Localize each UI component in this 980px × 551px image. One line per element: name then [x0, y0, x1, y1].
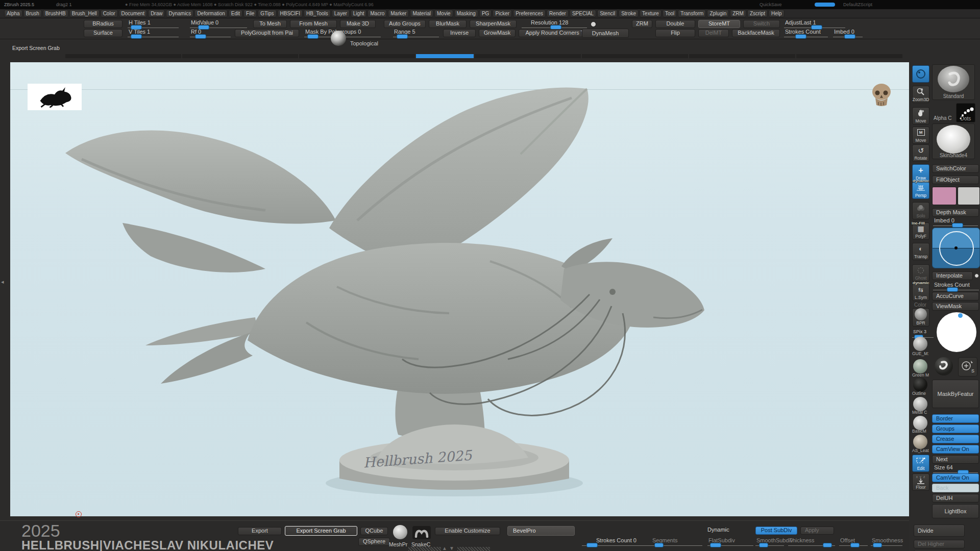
bpr-button[interactable]: BPR [912, 308, 929, 327]
dynamesh-button[interactable]: DynaMesh [582, 29, 629, 38]
v-tiles-thumb[interactable] [131, 34, 142, 39]
export-screen-grab-button[interactable]: Export Screen Grab [285, 526, 357, 536]
zrm-button[interactable]: ZRM [632, 20, 652, 28]
menu-masking[interactable]: Masking [454, 10, 478, 17]
tray-segment[interactable] [65, 54, 181, 58]
menu-color[interactable]: Color [101, 10, 118, 17]
from-mesh-button[interactable]: From Mesh [290, 20, 337, 28]
resolution-slider[interactable]: Resolution 128 [522, 19, 587, 28]
adjust-last-slider[interactable]: AdjustLast 1 [784, 19, 845, 28]
qsphere-button[interactable]: QSphere [358, 538, 390, 546]
sidebar-strokes-thumb[interactable] [947, 287, 958, 292]
metal-material-sphere[interactable] [913, 397, 927, 411]
menu-movie[interactable]: Movie [434, 10, 453, 17]
menu-pg[interactable]: PG [479, 10, 492, 17]
enable-customize-button[interactable]: Enable Customize [435, 527, 500, 535]
sidebar-strokes-slider[interactable]: Strokes Count [933, 282, 979, 290]
blur-mask-button[interactable]: BlurMask [429, 20, 467, 28]
sharpen-mask-button[interactable]: SharpenMask [470, 20, 517, 28]
menu-hbscifi[interactable]: HBSCIFI [278, 10, 303, 17]
menu-marker[interactable]: Marker [388, 10, 409, 17]
mask-by-polygroups-thumb[interactable] [307, 34, 318, 39]
quicksave-label[interactable]: QuickSave [760, 2, 782, 7]
move-m-button[interactable]: M Move [912, 127, 929, 144]
to-mesh-button[interactable]: To Mesh [253, 20, 287, 28]
asleat-material-sphere[interactable] [913, 435, 927, 449]
menu-brush_hell[interactable]: Brush_Hell [69, 10, 100, 17]
fillobject-button[interactable]: FillObject [932, 176, 979, 184]
persp-button[interactable]: Persp [912, 182, 929, 199]
menu-special[interactable]: SPECIAL [570, 10, 596, 17]
offset-thumb[interactable] [850, 543, 860, 547]
range-slider[interactable]: Range 5 [393, 29, 439, 37]
menu-dynamics[interactable]: Dynamics [166, 10, 193, 17]
menu-document[interactable]: Document [119, 10, 148, 17]
switch-button[interactable]: Switch [743, 20, 780, 28]
del-mt-button[interactable]: DelMT [698, 29, 729, 37]
h-tiles-slider[interactable]: H Tiles 1 [128, 19, 179, 28]
rotate-button[interactable]: ↺ Rotate [912, 144, 929, 162]
menu-alpha[interactable]: Alpha [4, 10, 22, 17]
menu-help[interactable]: Help [769, 10, 785, 17]
del-higher-button[interactable]: Del Higher [914, 540, 965, 548]
smoothsubdiv-slider[interactable]: SmoothSubdiv [755, 537, 784, 545]
inverse-button[interactable]: Inverse [443, 29, 476, 37]
thickness-slider[interactable]: Thickness [788, 537, 835, 545]
solo-button[interactable]: Solo [912, 202, 929, 219]
crease-button[interactable]: Crease [932, 435, 979, 443]
menu-picker[interactable]: Picker [493, 10, 512, 17]
apply-button[interactable]: Apply [800, 527, 834, 535]
export-button[interactable]: Export [238, 527, 282, 535]
smoothsubdiv-thumb[interactable] [759, 543, 768, 547]
menu-tool[interactable]: Tool [663, 10, 677, 17]
meshpr-sphere-icon[interactable] [393, 525, 407, 539]
double-button[interactable]: Double [655, 20, 695, 28]
main-color-swatch[interactable] [932, 187, 957, 205]
alpha-curve-widget[interactable] [932, 228, 980, 268]
tray-segment-active[interactable] [416, 54, 474, 58]
menu-zrm[interactable]: ZRM [730, 10, 746, 17]
auto-groups-button[interactable]: Auto Groups [384, 20, 426, 28]
imbed-slider[interactable]: Imbed 0 [833, 29, 863, 37]
menu-material[interactable]: Material [410, 10, 433, 17]
v-tiles-slider[interactable]: V Tiles 1 [128, 29, 179, 37]
menu-brush[interactable]: Brush [23, 10, 42, 17]
color-picker-wheel[interactable] [937, 312, 976, 352]
menu-stroke[interactable]: Stroke [619, 10, 639, 17]
lightbox-button[interactable]: LightBox [932, 504, 979, 518]
tray-segment[interactable] [689, 54, 795, 58]
depth-mask-button[interactable]: Depth Mask [932, 208, 979, 217]
tray-segment[interactable] [182, 54, 298, 58]
gue-material-sphere[interactable] [913, 337, 927, 351]
menu-macro[interactable]: Macro [368, 10, 387, 17]
divide-button[interactable]: Divide [914, 524, 965, 537]
menu-hb_tools[interactable]: HB_Tools [304, 10, 331, 17]
segments-slider[interactable]: Segments [651, 537, 702, 545]
imbed-thumb[interactable] [844, 34, 855, 39]
menu-preferences[interactable]: Preferences [513, 10, 546, 17]
grow-mask-button[interactable]: GrowMask [479, 29, 516, 37]
menu-edit[interactable]: Edit [229, 10, 242, 17]
size-track[interactable] [933, 472, 978, 473]
left-tray-arrow[interactable]: ◂ [1, 279, 4, 285]
floor-button[interactable]: x y z Floor [912, 473, 929, 491]
smoothness-slider[interactable]: Smoothness [871, 537, 902, 545]
menu-stencil[interactable]: Stencil [597, 10, 618, 17]
edit-button[interactable]: Edit [912, 455, 929, 472]
menu-transform[interactable]: Transform [678, 10, 706, 17]
transp-button[interactable]: ◐ Transp [912, 243, 929, 260]
camview-on-button-2[interactable]: CamView On [932, 473, 979, 482]
brush-thumbnail[interactable]: Standard [932, 64, 975, 100]
spix-slider[interactable]: SPix 3 [912, 329, 934, 337]
bradius-button[interactable]: BRadius [84, 20, 122, 28]
material-thumbnail[interactable]: SkinShade4 [932, 123, 975, 159]
resolution-radio[interactable] [591, 21, 596, 27]
tray-collapse-up-arrow[interactable]: ▲ [442, 545, 447, 551]
bevelpro-button[interactable]: BevelPro [507, 526, 575, 536]
tray-segment[interactable] [796, 54, 902, 58]
camview-on-button[interactable]: CamView On [932, 445, 979, 454]
border-button[interactable]: Border [932, 414, 979, 423]
menu-deformation[interactable]: Deformation [194, 10, 227, 17]
store-mt-button[interactable]: StoreMT [698, 20, 740, 28]
sidebar-imbed-slider[interactable]: Imbed 0 [933, 217, 978, 226]
